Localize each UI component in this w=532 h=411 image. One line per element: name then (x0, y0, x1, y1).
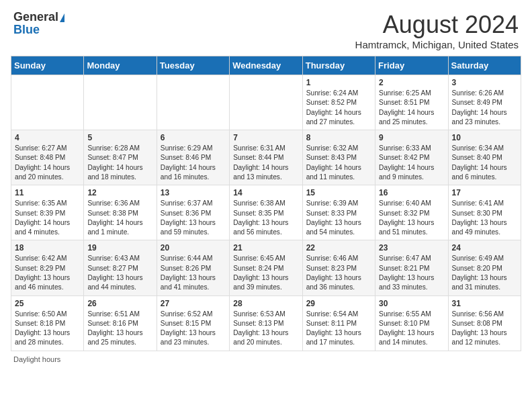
calendar-day-cell: 9Sunrise: 6:33 AM Sunset: 8:42 PM Daylig… (375, 130, 448, 185)
calendar-day-cell: 17Sunrise: 6:41 AM Sunset: 8:30 PM Dayli… (448, 185, 521, 240)
day-number: 23 (379, 243, 444, 253)
day-number: 26 (87, 299, 152, 308)
calendar-day-cell (230, 75, 302, 130)
day-info: Sunrise: 6:41 AM Sunset: 8:30 PM Dayligh… (452, 199, 517, 237)
day-number: 8 (306, 133, 371, 142)
footer: Daylight hours (0, 351, 532, 367)
day-number: 9 (379, 133, 444, 142)
day-info: Sunrise: 6:46 AM Sunset: 8:23 PM Dayligh… (306, 254, 371, 292)
calendar-day-cell: 16Sunrise: 6:40 AM Sunset: 8:32 PM Dayli… (375, 185, 448, 240)
day-info: Sunrise: 6:39 AM Sunset: 8:33 PM Dayligh… (306, 199, 371, 237)
location: Hamtramck, Michigan, United States (355, 39, 519, 50)
day-number: 11 (15, 188, 80, 197)
day-number: 31 (452, 299, 517, 308)
day-info: Sunrise: 6:54 AM Sunset: 8:11 PM Dayligh… (306, 310, 371, 348)
calendar-week-row: 25Sunrise: 6:50 AM Sunset: 8:18 PM Dayli… (11, 295, 521, 351)
logo-blue: Blue (13, 23, 40, 37)
calendar-day-cell: 14Sunrise: 6:38 AM Sunset: 8:35 PM Dayli… (230, 185, 302, 240)
calendar-day-cell: 18Sunrise: 6:42 AM Sunset: 8:29 PM Dayli… (11, 240, 84, 295)
day-number: 25 (15, 299, 80, 308)
calendar-day-cell: 5Sunrise: 6:28 AM Sunset: 8:47 PM Daylig… (84, 130, 157, 185)
daylight-label: Daylight hours (13, 355, 60, 363)
day-info: Sunrise: 6:36 AM Sunset: 8:38 PM Dayligh… (87, 199, 152, 237)
day-info: Sunrise: 6:49 AM Sunset: 8:20 PM Dayligh… (452, 254, 517, 292)
day-number: 3 (452, 78, 517, 87)
calendar-day-cell: 19Sunrise: 6:43 AM Sunset: 8:27 PM Dayli… (84, 240, 157, 295)
day-info: Sunrise: 6:40 AM Sunset: 8:32 PM Dayligh… (379, 199, 444, 237)
day-info: Sunrise: 6:43 AM Sunset: 8:27 PM Dayligh… (87, 254, 152, 292)
day-number: 10 (452, 133, 517, 142)
calendar-day-cell: 6Sunrise: 6:29 AM Sunset: 8:46 PM Daylig… (157, 130, 229, 185)
weekday-header-friday: Friday (375, 56, 448, 75)
weekday-header-saturday: Saturday (448, 56, 521, 75)
day-info: Sunrise: 6:53 AM Sunset: 8:13 PM Dayligh… (233, 310, 298, 348)
day-number: 21 (233, 243, 298, 253)
calendar-day-cell: 2Sunrise: 6:25 AM Sunset: 8:51 PM Daylig… (375, 75, 448, 130)
calendar-day-cell: 13Sunrise: 6:37 AM Sunset: 8:36 PM Dayli… (157, 185, 229, 240)
day-info: Sunrise: 6:35 AM Sunset: 8:39 PM Dayligh… (15, 199, 80, 237)
day-number: 14 (233, 188, 298, 197)
calendar-week-row: 1Sunrise: 6:24 AM Sunset: 8:52 PM Daylig… (11, 75, 521, 130)
day-info: Sunrise: 6:34 AM Sunset: 8:40 PM Dayligh… (452, 144, 517, 182)
calendar-day-cell: 21Sunrise: 6:45 AM Sunset: 8:24 PM Dayli… (230, 240, 302, 295)
day-info: Sunrise: 6:38 AM Sunset: 8:35 PM Dayligh… (233, 199, 298, 237)
day-number: 20 (161, 243, 226, 253)
weekday-header-wednesday: Wednesday (230, 56, 302, 75)
calendar-day-cell: 29Sunrise: 6:54 AM Sunset: 8:11 PM Dayli… (302, 295, 375, 351)
calendar-day-cell: 28Sunrise: 6:53 AM Sunset: 8:13 PM Dayli… (230, 295, 302, 351)
calendar-day-cell: 15Sunrise: 6:39 AM Sunset: 8:33 PM Dayli… (302, 185, 375, 240)
day-info: Sunrise: 6:55 AM Sunset: 8:10 PM Dayligh… (379, 310, 444, 348)
day-number: 22 (306, 243, 371, 253)
day-number: 19 (87, 243, 152, 253)
calendar-day-cell: 4Sunrise: 6:27 AM Sunset: 8:48 PM Daylig… (11, 130, 84, 185)
logo-general: General (13, 10, 58, 24)
calendar-wrapper: SundayMondayTuesdayWednesdayThursdayFrid… (0, 56, 532, 351)
day-info: Sunrise: 6:44 AM Sunset: 8:26 PM Dayligh… (161, 254, 226, 292)
day-number: 28 (233, 299, 298, 308)
day-info: Sunrise: 6:56 AM Sunset: 8:08 PM Dayligh… (452, 310, 517, 348)
day-info: Sunrise: 6:25 AM Sunset: 8:51 PM Dayligh… (379, 89, 444, 127)
calendar-day-cell: 7Sunrise: 6:31 AM Sunset: 8:44 PM Daylig… (230, 130, 302, 185)
day-info: Sunrise: 6:37 AM Sunset: 8:36 PM Dayligh… (161, 199, 226, 237)
calendar-day-cell: 27Sunrise: 6:52 AM Sunset: 8:15 PM Dayli… (157, 295, 229, 351)
day-info: Sunrise: 6:27 AM Sunset: 8:48 PM Dayligh… (15, 144, 80, 182)
day-number: 15 (306, 188, 371, 197)
calendar-day-cell: 22Sunrise: 6:46 AM Sunset: 8:23 PM Dayli… (302, 240, 375, 295)
day-info: Sunrise: 6:31 AM Sunset: 8:44 PM Dayligh… (233, 144, 298, 182)
day-number: 29 (306, 299, 371, 308)
day-number: 12 (87, 188, 152, 197)
day-info: Sunrise: 6:47 AM Sunset: 8:21 PM Dayligh… (379, 254, 444, 292)
day-number: 24 (452, 243, 517, 253)
calendar-header-row: SundayMondayTuesdayWednesdayThursdayFrid… (11, 56, 521, 75)
day-number: 2 (379, 78, 444, 87)
calendar-day-cell: 25Sunrise: 6:50 AM Sunset: 8:18 PM Dayli… (11, 295, 84, 351)
calendar-table: SundayMondayTuesdayWednesdayThursdayFrid… (11, 56, 521, 351)
calendar-day-cell: 10Sunrise: 6:34 AM Sunset: 8:40 PM Dayli… (448, 130, 521, 185)
day-info: Sunrise: 6:24 AM Sunset: 8:52 PM Dayligh… (306, 89, 371, 127)
day-info: Sunrise: 6:50 AM Sunset: 8:18 PM Dayligh… (15, 310, 80, 348)
calendar-day-cell (157, 75, 229, 130)
day-number: 16 (379, 188, 444, 197)
day-number: 27 (161, 299, 226, 308)
page-header: General Blue August 2024 Hamtramck, Mich… (0, 0, 532, 56)
day-number: 6 (161, 133, 226, 142)
day-number: 17 (452, 188, 517, 197)
calendar-day-cell: 1Sunrise: 6:24 AM Sunset: 8:52 PM Daylig… (302, 75, 375, 130)
day-info: Sunrise: 6:26 AM Sunset: 8:49 PM Dayligh… (452, 89, 517, 127)
day-info: Sunrise: 6:52 AM Sunset: 8:15 PM Dayligh… (161, 310, 226, 348)
title-section: August 2024 Hamtramck, Michigan, United … (355, 11, 519, 50)
day-info: Sunrise: 6:29 AM Sunset: 8:46 PM Dayligh… (161, 144, 226, 182)
logo-triangle (60, 13, 64, 22)
calendar-day-cell (11, 75, 84, 130)
calendar-week-row: 18Sunrise: 6:42 AM Sunset: 8:29 PM Dayli… (11, 240, 521, 295)
day-info: Sunrise: 6:45 AM Sunset: 8:24 PM Dayligh… (233, 254, 298, 292)
calendar-day-cell: 30Sunrise: 6:55 AM Sunset: 8:10 PM Dayli… (375, 295, 448, 351)
day-info: Sunrise: 6:51 AM Sunset: 8:16 PM Dayligh… (87, 310, 152, 348)
calendar-week-row: 4Sunrise: 6:27 AM Sunset: 8:48 PM Daylig… (11, 130, 521, 185)
weekday-header-thursday: Thursday (302, 56, 375, 75)
weekday-header-sunday: Sunday (11, 56, 84, 75)
calendar-day-cell: 23Sunrise: 6:47 AM Sunset: 8:21 PM Dayli… (375, 240, 448, 295)
day-number: 5 (87, 133, 152, 142)
weekday-header-tuesday: Tuesday (157, 56, 229, 75)
day-number: 4 (15, 133, 80, 142)
